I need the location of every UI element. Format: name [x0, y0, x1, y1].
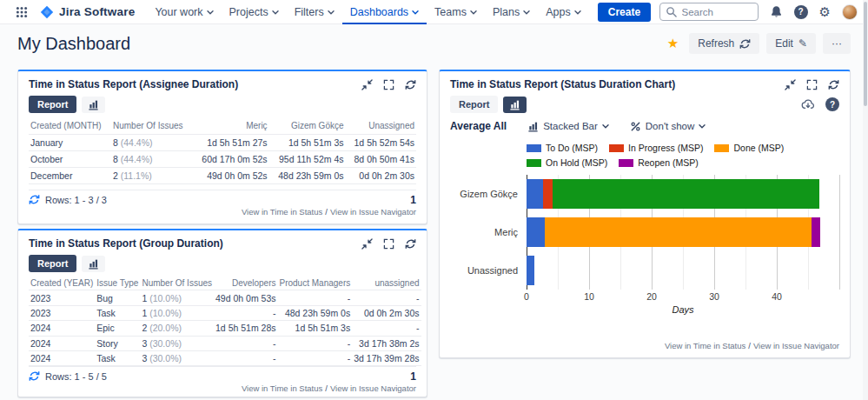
more-options-button[interactable]: ···	[823, 33, 851, 54]
table-cell: -	[214, 350, 277, 365]
table-row: 2023Bug1 (10.0%)49d 0h 0m 53s--	[29, 290, 421, 305]
chevron-down-icon	[272, 10, 279, 15]
column-header[interactable]: Meriç	[193, 117, 269, 135]
stacked-bar-chart: Gizem GökçeMeriçUnassigned	[450, 175, 839, 290]
chevron-down-icon	[699, 124, 706, 129]
scrollbar[interactable]	[863, 0, 868, 400]
help-icon[interactable]: ?	[794, 5, 808, 19]
column-header[interactable]: Number Of Issues	[140, 277, 214, 290]
nav-item-plans[interactable]: Plans	[485, 0, 538, 24]
rows-label: Rows: 1 - 5 / 5	[45, 371, 107, 382]
issue-count-cell: 8 (44.4%)	[111, 151, 193, 168]
collapse-icon[interactable]	[785, 79, 796, 90]
x-axis: 010203040	[527, 290, 839, 303]
legend-item-done-msp-[interactable]: Done (MSP)	[714, 143, 784, 153]
view-in-time-in-status-link[interactable]: View in Time in Status	[242, 383, 322, 393]
expand-icon[interactable]	[383, 79, 394, 90]
report-toggle-button[interactable]: Report	[29, 255, 76, 272]
column-header[interactable]: Product Managers	[278, 277, 353, 290]
nav-item-label: Teams	[434, 6, 467, 18]
column-header[interactable]: Created (YEAR)	[29, 277, 95, 290]
nav-item-projects[interactable]: Projects	[222, 0, 287, 24]
category-label: Meriç	[450, 213, 527, 251]
refresh-icon	[739, 38, 751, 50]
refresh-button[interactable]: Refresh	[689, 33, 759, 54]
jira-logo[interactable]: Jira Software	[36, 5, 143, 19]
chart-toggle-button[interactable]	[82, 256, 105, 272]
favorite-star-icon[interactable]: ★	[667, 36, 679, 51]
column-header[interactable]: Issue Type	[95, 277, 140, 290]
report-label: Report	[37, 99, 68, 110]
legend-item-in-progress-msp-[interactable]: In Progress (MSP)	[609, 143, 703, 153]
page-number[interactable]: 1	[410, 370, 416, 383]
legend-item-to-do-msp-[interactable]: To Do (MSP)	[527, 143, 598, 153]
chart-toggle-button[interactable]	[82, 97, 105, 113]
column-header[interactable]: Number Of Issues	[111, 117, 193, 135]
view-in-time-in-status-link[interactable]: View in Time in Status	[242, 207, 322, 217]
nav-item-teams[interactable]: Teams	[427, 0, 485, 24]
refresh-button-label: Refresh	[698, 37, 734, 50]
user-avatar[interactable]	[842, 4, 858, 20]
legend-item-reopen-msp-[interactable]: Reopen (MSP)	[619, 157, 698, 168]
expand-icon[interactable]	[806, 79, 818, 90]
notifications-bell-icon[interactable]	[770, 5, 783, 18]
refresh-icon[interactable]	[405, 238, 416, 250]
bar-segment-done-msp-[interactable]	[545, 217, 812, 247]
refresh-icon[interactable]	[405, 79, 416, 90]
collapse-icon[interactable]	[361, 79, 373, 90]
issue-count-cell: 3 (30.0%)	[140, 350, 214, 365]
rows-info[interactable]: Rows: 1 - 3 / 3	[29, 194, 107, 205]
column-header[interactable]: Created (MONTH)	[29, 117, 111, 135]
chart-toggle-button[interactable]	[503, 97, 527, 113]
report-toggle-button[interactable]: Report	[29, 96, 76, 113]
expand-icon[interactable]	[383, 238, 394, 250]
panel-status-duration-chart: Time in Status Report (Status Duration C…	[439, 70, 851, 358]
chart-type-dropdown[interactable]: Stacked Bar	[527, 121, 609, 132]
report-toggle-button[interactable]: Report	[450, 96, 498, 113]
table-cell: 95d 11h 52m 4s	[269, 151, 346, 168]
edit-button[interactable]: Edit ✎	[766, 33, 816, 54]
settings-gear-icon[interactable]: ⚙	[819, 5, 831, 18]
legend-item-on-hold-msp-[interactable]: On Hold (MSP)	[527, 157, 607, 168]
view-in-time-in-status-link[interactable]: View in Time in Status	[665, 341, 745, 350]
bar-segment-to-do-msp-[interactable]	[527, 256, 534, 285]
table-row: January8 (44.4%)1d 5h 51m 27s1d 5h 51m 3…	[29, 135, 416, 151]
nav-item-filters[interactable]: Filters	[287, 0, 342, 24]
scrollbar-thumb[interactable]	[864, 2, 867, 106]
view-in-issue-navigator-link[interactable]: View in Issue Navigator	[330, 383, 416, 393]
table-cell: 48d 23h 59m 0s	[278, 305, 353, 320]
bar-segment-on-hold-msp-[interactable]	[553, 179, 819, 209]
panel-assignee-duration: Time in Status Report (Assignee Duration…	[17, 70, 427, 224]
nav-item-your-work[interactable]: Your work	[147, 0, 221, 24]
bar-segment-to-do-msp-[interactable]	[527, 179, 543, 209]
issue-count-cell: 8 (44.4%)	[111, 135, 193, 151]
app-switcher-icon[interactable]	[10, 6, 33, 18]
nav-item-apps[interactable]: Apps	[538, 0, 589, 24]
bar-segment-in-progress-msp-[interactable]	[543, 179, 552, 209]
percentage-dropdown[interactable]: Don't show	[630, 121, 706, 132]
view-in-issue-navigator-link[interactable]: View in Issue Navigator	[330, 207, 416, 217]
download-cloud-icon[interactable]	[801, 97, 815, 111]
more-icon: ···	[832, 37, 842, 50]
bar-segment-to-do-msp-[interactable]	[527, 217, 545, 247]
bar-segment-reopen-msp-[interactable]	[812, 217, 820, 247]
dashboard-content: Time in Status Report (Assignee Duration…	[0, 63, 868, 397]
nav-item-dashboards[interactable]: Dashboards	[342, 0, 427, 24]
column-header[interactable]: Unassigned	[346, 117, 416, 135]
collapse-icon[interactable]	[361, 238, 373, 250]
column-header[interactable]: Gizem Gökçe	[269, 117, 346, 135]
chevron-down-icon	[602, 124, 609, 129]
legend-label: Reopen (MSP)	[638, 157, 698, 168]
create-button[interactable]: Create	[598, 3, 651, 22]
page-number[interactable]: 1	[410, 194, 416, 206]
column-header[interactable]: unassigned	[352, 277, 421, 290]
panel-group-duration: Time in Status Report (Group Duration) R…	[17, 229, 427, 397]
rows-info[interactable]: Rows: 1 - 5 / 5	[29, 370, 107, 382]
table-cell: -	[278, 350, 353, 365]
group-duration-table: Created (YEAR)Issue TypeNumber Of Issues…	[29, 272, 416, 366]
help-icon[interactable]: ?	[825, 97, 839, 111]
view-in-issue-navigator-link[interactable]: View in Issue Navigator	[753, 341, 839, 350]
table-row: 2024Epic2 (20.0%)1d 5h 51m 28s1d 5h 51m …	[29, 321, 421, 336]
column-header[interactable]: Developers	[214, 277, 277, 290]
refresh-icon[interactable]	[828, 79, 839, 90]
